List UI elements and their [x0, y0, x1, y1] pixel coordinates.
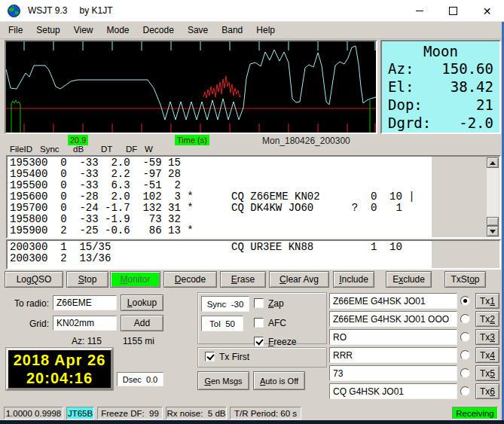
menu-item-file[interactable]: File	[2, 23, 29, 38]
add-button[interactable]: Add	[121, 315, 163, 331]
dsec-field[interactable]: Dsec 0.0	[117, 372, 163, 386]
to-radio-input[interactable]: Z66EME	[53, 295, 117, 310]
maximize-button[interactable]	[436, 0, 470, 22]
tx-message-4-input[interactable]: RRR	[329, 347, 457, 363]
stop-button[interactable]: Stop	[66, 271, 108, 288]
exclude-button[interactable]: Exclude	[386, 271, 432, 288]
tx-first-checkbox[interactable]	[205, 352, 215, 361]
status-state: Receiving	[452, 407, 498, 419]
col-df: DF	[126, 145, 137, 154]
decode-line: 195900 2 -25 -0.6 86 13 *	[10, 225, 432, 236]
check-icon	[206, 352, 214, 361]
waveform-plot	[6, 41, 376, 133]
azimuth-value: Az: 115	[72, 336, 102, 346]
col-fileid: FileID	[10, 145, 32, 154]
decode-scrollbar[interactable]	[487, 157, 499, 236]
decode-avg-text[interactable]: 200300 1 15/35 CQ UR3EE KN88 1 10 200300…	[8, 241, 432, 268]
moon-dop-value: 21	[476, 96, 493, 114]
menu-item-setup[interactable]: Setup	[29, 23, 66, 38]
decode-button[interactable]: Decode	[163, 271, 217, 288]
to-radio-label: To radio:	[11, 298, 49, 309]
tx-message-6-input[interactable]: CQ G4HSK JO01	[329, 383, 457, 399]
tx4-button[interactable]: Tx4	[475, 347, 499, 363]
scrollbar-track[interactable]	[487, 168, 499, 226]
scroll-down-button[interactable]	[487, 226, 499, 236]
moon-title: Moon	[388, 43, 493, 59]
tx6-radio[interactable]	[460, 386, 470, 396]
tx-message-5-input[interactable]: 73	[329, 365, 457, 381]
decode-line: 195500 0 -33 6.3 -51 2	[10, 180, 432, 191]
grid-input[interactable]: KN02mm	[53, 316, 117, 331]
log-qso-button[interactable]: Log QSO	[5, 271, 63, 288]
radio-dot-icon	[463, 299, 467, 303]
tx1-button[interactable]: Tx1	[475, 293, 499, 309]
decode-line: 195700 0 -24 -1.7 132 31 * CQ DK4KW JO60…	[10, 203, 432, 214]
erase-button[interactable]: Erase	[220, 271, 266, 288]
zap-label[interactable]: Zap	[268, 298, 284, 309]
tx6-button[interactable]: Tx6	[475, 383, 499, 399]
statusbar: 1.0000 0.9998 JT65B Freeze DF: 99 Rx noi…	[0, 406, 504, 420]
moon-panel: Moon Az: 150.60 El: 38.42 Dop: 21 Dgrd: …	[380, 40, 501, 134]
decode-main-text[interactable]: 195300 0 -33 2.0 -59 15 195400 0 -33 2.2…	[8, 157, 432, 237]
clear-avg-button[interactable]: Clear Avg	[269, 271, 329, 288]
status-tr-period: T/R Period: 60 s	[230, 407, 301, 419]
tx3-button[interactable]: Tx3	[475, 329, 499, 345]
arrow-down-icon	[490, 230, 496, 233]
minimize-button[interactable]	[402, 0, 436, 22]
menu-item-decode[interactable]: Decode	[136, 23, 181, 38]
moon-az-value: 150.60	[441, 59, 493, 78]
freeze-label[interactable]: Freeze	[268, 337, 296, 347]
menu-item-save[interactable]: Save	[181, 23, 215, 38]
tx1-radio[interactable]	[460, 296, 470, 306]
include-button[interactable]: Include	[333, 271, 374, 288]
moon-dgrd-value: -2.0	[459, 114, 493, 132]
decode-line: 195400 0 -33 2.2 -97 28	[10, 169, 432, 180]
tol-field[interactable]: Tol 50	[201, 316, 243, 331]
afc-label[interactable]: AFC	[268, 318, 286, 328]
moon-az-label: Az:	[388, 59, 414, 78]
spectrum-display[interactable]	[5, 40, 377, 134]
tx-message-1-input[interactable]: Z66EME G4HSK JO01	[329, 293, 457, 309]
window-controls: ✕	[402, 0, 504, 22]
wsjt-window: WSJT 9.3 by K1JT ✕ File Setup View Mode …	[0, 0, 504, 424]
col-db: dB	[73, 145, 84, 154]
moon-dop-label: Dop:	[388, 96, 423, 114]
titlebar: WSJT 9.3 by K1JT ✕	[0, 0, 504, 22]
decode-header: FileID Sync dB DT DF W	[0, 145, 504, 154]
tx4-radio[interactable]	[460, 350, 470, 360]
decode-avg-box[interactable]: 200300 1 15/35 CQ UR3EE KN88 1 10 200300…	[6, 239, 501, 270]
tx5-radio[interactable]	[460, 368, 470, 378]
menu-item-help[interactable]: Help	[249, 23, 282, 38]
scroll-up-button[interactable]	[487, 157, 499, 168]
time-axis-label: Time (s)	[175, 135, 209, 145]
gen-msgs-button[interactable]: Gen Msgs	[197, 371, 249, 390]
menu-item-mode[interactable]: Mode	[100, 23, 136, 38]
afc-checkbox[interactable]	[254, 318, 264, 328]
menu-item-view[interactable]: View	[67, 23, 100, 38]
lookup-button[interactable]: Lookup	[121, 294, 163, 311]
tx2-radio[interactable]	[460, 314, 470, 324]
moon-dgrd-label: Dgrd:	[388, 114, 431, 132]
tx-message-3-input[interactable]: RO	[329, 329, 457, 345]
moon-degradation-row: Dgrd: -2.0	[388, 114, 493, 132]
txstop-button[interactable]: TxStop	[444, 271, 486, 288]
distance-value: 1155 mi	[123, 336, 154, 346]
scrollbar-thumb[interactable]	[487, 217, 499, 226]
sync-field[interactable]: Sync -30	[201, 296, 249, 312]
tx2-button[interactable]: Tx2	[475, 311, 499, 327]
tx-message-2-input[interactable]: Z66EME G4HSK JO01 OOO	[329, 311, 457, 327]
arrow-up-icon	[490, 161, 496, 165]
auto-button[interactable]: Auto is Off	[253, 371, 305, 390]
col-dt: DT	[101, 145, 112, 154]
tx5-button[interactable]: Tx5	[475, 365, 499, 381]
decode-main-box[interactable]: 195300 0 -33 2.0 -59 15 195400 0 -33 2.2…	[6, 155, 501, 239]
close-button[interactable]: ✕	[470, 0, 504, 22]
status-levels: 1.0000 0.9998	[4, 407, 63, 419]
monitor-button[interactable]: Monitor	[110, 271, 160, 288]
tx3-radio[interactable]	[460, 332, 470, 342]
freeze-checkbox[interactable]	[254, 337, 264, 346]
menu-item-band[interactable]: Band	[215, 23, 249, 38]
zap-checkbox[interactable]	[254, 298, 264, 308]
tx-first-label[interactable]: Tx First	[219, 352, 249, 362]
status-rx-noise: Rx noise: 5 dB	[166, 407, 227, 419]
